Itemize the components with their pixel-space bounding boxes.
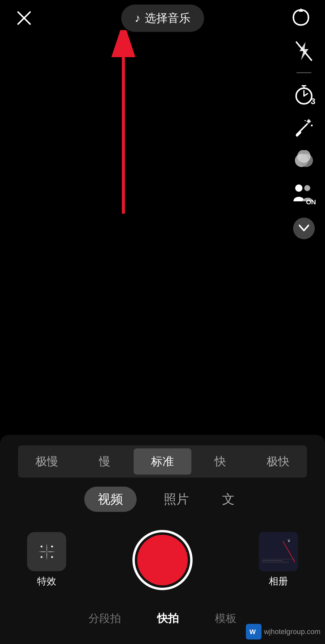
timer-button[interactable]: 3 [292,82,316,106]
effects-icon-box [27,532,66,571]
filter-button[interactable] [292,148,316,172]
close-button[interactable] [12,6,36,30]
effects-button[interactable]: 特效 [27,532,66,588]
music-button-label: 选择音乐 [145,11,190,26]
flip-camera-button[interactable] [289,6,313,30]
svg-point-21 [297,150,311,163]
beauty-icon [294,117,314,138]
album-label: 相册 [269,575,288,588]
svg-point-24 [41,546,42,547]
mode-selector: 视频 照片 文 [0,487,325,512]
svg-point-33 [288,540,290,542]
music-note-icon: ♪ [135,12,141,25]
top-bar: ♪ 选择音乐 [0,0,325,36]
close-icon [17,11,32,26]
filter-icon [293,150,315,171]
svg-point-17 [311,125,313,126]
svg-text:W: W [249,628,256,636]
album-button[interactable]: 相册 [259,532,298,588]
on-badge: ON [306,199,316,206]
watermark: W wjhotelgroup.com [246,624,320,639]
svg-point-18 [305,120,306,121]
bottom-controls: 极慢 慢 标准 快 极快 视频 照片 文 [0,435,325,644]
svg-point-27 [51,556,53,558]
tab-quick-shoot[interactable]: 快拍 [154,608,182,629]
svg-point-23 [304,185,310,191]
watermark-logo-icon: W [248,626,259,637]
speed-normal[interactable]: 标准 [134,448,191,475]
speed-slow[interactable]: 慢 [76,448,134,475]
speed-very-fast[interactable]: 极快 [249,448,307,475]
duet-button[interactable]: ON [292,181,316,206]
right-sidebar: 3 ON [292,39,316,239]
shutter-button[interactable] [132,530,193,590]
capture-row: 特效 [0,524,325,596]
mode-text[interactable]: 文 [216,488,241,511]
speed-selector: 极慢 慢 标准 快 极快 [18,445,307,478]
flip-camera-icon [290,8,311,29]
effects-label: 特效 [37,575,56,588]
album-thumbnail [259,532,298,571]
watermark-text: wjhotelgroup.com [264,627,320,636]
beauty-button[interactable] [292,115,316,139]
mode-photo[interactable]: 照片 [158,488,195,511]
watermark-logo: W [246,624,262,639]
sparkle-icon [36,540,58,563]
chevron-down-icon [298,224,310,233]
svg-point-25 [51,546,53,547]
shutter-inner [137,535,188,585]
album-decoration [259,532,298,571]
tab-template[interactable]: 模板 [212,608,240,629]
flash-off-button[interactable] [292,39,316,63]
timer-badge: 3 [311,97,315,106]
more-options-button[interactable] [293,218,315,239]
sidebar-divider [296,72,311,73]
svg-point-22 [295,184,302,192]
speed-very-slow[interactable]: 极慢 [18,448,76,475]
tab-segment-shoot[interactable]: 分段拍 [85,608,124,629]
svg-point-26 [41,556,42,558]
speed-fast[interactable]: 快 [191,448,249,475]
mode-video[interactable]: 视频 [84,487,137,512]
svg-rect-28 [259,532,298,571]
album-thumb-image [259,532,298,571]
flash-off-icon [295,41,313,62]
select-music-button[interactable]: ♪ 选择音乐 [121,5,204,32]
